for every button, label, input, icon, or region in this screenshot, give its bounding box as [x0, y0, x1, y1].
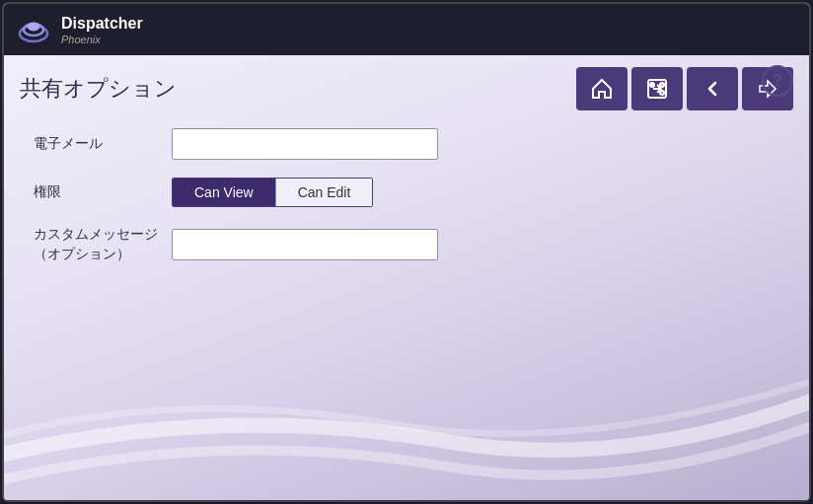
- svg-point-6: [660, 91, 664, 95]
- app-subtitle: Phoenix: [61, 34, 143, 45]
- can-edit-button[interactable]: Can Edit: [275, 179, 373, 206]
- permission-row: 権限 Can View Can Edit: [34, 178, 779, 207]
- can-view-button[interactable]: Can View: [173, 179, 275, 206]
- help-button[interactable]: ?: [762, 65, 793, 97]
- share-button[interactable]: [631, 67, 683, 110]
- custom-message-row: カスタムメッセージ （オプション）: [34, 225, 779, 263]
- svg-point-2: [28, 23, 39, 31]
- back-button[interactable]: [687, 67, 738, 110]
- home-button[interactable]: [576, 67, 628, 110]
- permission-toggle-group: Can View Can Edit: [172, 178, 373, 207]
- nav-buttons: [576, 67, 793, 110]
- main-window: Dispatcher Phoenix 共有オプション: [2, 2, 811, 502]
- app-logo-icon: [16, 12, 51, 47]
- home-icon: [590, 77, 614, 101]
- page-title: 共有オプション: [20, 74, 177, 104]
- svg-point-4: [650, 83, 654, 87]
- app-title: Dispatcher: [61, 14, 143, 33]
- back-icon: [701, 77, 724, 101]
- custom-message-label: カスタムメッセージ （オプション）: [34, 225, 172, 263]
- main-content: 共有オプション: [4, 55, 809, 500]
- email-row: 電子メール: [34, 128, 779, 160]
- form-area: 電子メール 権限 Can View Can Edit カスタムメッセージ （オプ…: [4, 118, 809, 291]
- titlebar: Dispatcher Phoenix: [4, 4, 809, 55]
- share-icon: [645, 77, 669, 101]
- top-bar: 共有オプション: [4, 55, 809, 118]
- svg-point-5: [660, 83, 664, 87]
- email-label: 電子メール: [34, 135, 172, 153]
- custom-message-input[interactable]: [172, 229, 438, 260]
- email-input[interactable]: [172, 128, 438, 160]
- permission-label: 権限: [34, 183, 172, 201]
- app-logo-text: Dispatcher Phoenix: [61, 14, 143, 44]
